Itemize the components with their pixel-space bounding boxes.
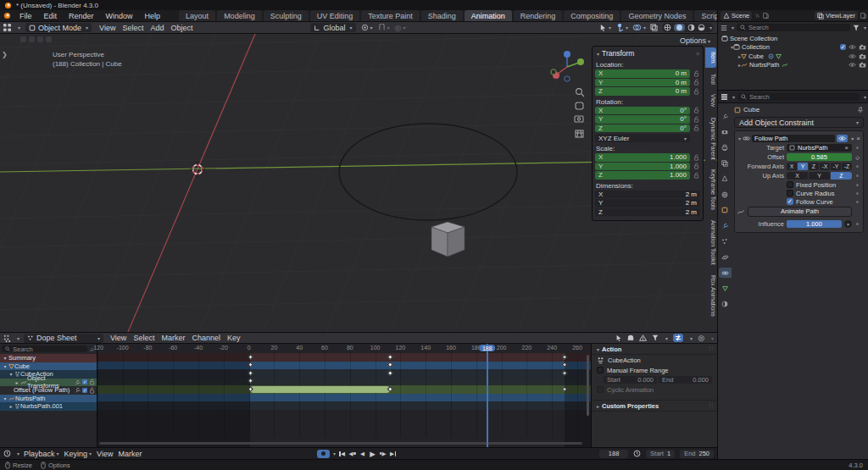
keyframe[interactable] xyxy=(387,354,392,359)
outliner-row-nurbspath[interactable]: ▸NurbsPath xyxy=(718,61,868,70)
editor-type-icon[interactable] xyxy=(3,24,11,31)
properties-editor-icon[interactable] xyxy=(721,93,728,101)
sidebar-tab-animation-toolkit[interactable]: Animation Toolkit xyxy=(705,216,716,269)
up-axis-z[interactable]: Z xyxy=(831,172,852,180)
forward-axis--y[interactable]: -Y xyxy=(831,163,841,170)
menu-render[interactable]: Render xyxy=(64,11,99,21)
breadcrumb-object[interactable]: Cube xyxy=(743,106,760,113)
collection-checkbox[interactable]: ✓ xyxy=(840,44,846,50)
action-name[interactable]: CubeAction xyxy=(608,357,641,364)
shading-solid-icon[interactable] xyxy=(674,24,685,31)
workspace-tab-uv-editing[interactable]: UV Editing xyxy=(310,10,360,21)
overlays-dropdown[interactable]: ▾ xyxy=(632,24,646,31)
decorator[interactable] xyxy=(854,192,860,195)
properties-tab-render[interactable] xyxy=(719,127,732,137)
lock-icon[interactable] xyxy=(693,88,700,95)
decorator[interactable] xyxy=(854,184,860,186)
sidebar-tab-keyframe-tools[interactable]: Keyframe Tools xyxy=(705,165,716,214)
transform-field-z[interactable]: Z2 m xyxy=(595,208,700,217)
cyclic-animation-checkbox[interactable] xyxy=(597,386,604,393)
disable-render-icon[interactable] xyxy=(859,62,866,68)
mute-checkbox[interactable]: ✓ xyxy=(82,379,87,384)
editor-type-caret[interactable]: ▾ xyxy=(18,25,20,30)
transform-field-z[interactable]: Z0° xyxy=(595,124,690,133)
menu-window[interactable]: Window xyxy=(101,11,138,21)
sidebar-tab-dynamic-parent[interactable]: Dynamic Parent xyxy=(705,113,716,164)
tool-mini-icon[interactable] xyxy=(37,36,43,42)
dopesheet-mode-dropdown[interactable]: Dope Sheet▾ xyxy=(24,334,103,343)
scene-selector[interactable]: Scene xyxy=(721,11,752,20)
timeline-menu-view[interactable]: View xyxy=(97,450,113,458)
collapse-caret-icon[interactable]: ▾ xyxy=(738,135,741,141)
auto-keying-caret[interactable]: ▾ xyxy=(333,451,336,456)
pivot-dropdown[interactable]: ▾ xyxy=(361,24,373,31)
transform-field-z[interactable]: Z1.000 xyxy=(595,171,690,180)
properties-tab-world[interactable] xyxy=(719,190,732,200)
horizontal-scrollbar[interactable] xyxy=(99,442,582,445)
shading-material-icon[interactable] xyxy=(687,24,695,31)
preview-range-icon[interactable] xyxy=(633,450,641,457)
playhead[interactable] xyxy=(487,344,488,447)
manual-frame-range-checkbox[interactable] xyxy=(597,367,604,373)
viewport-menu-add[interactable]: Add xyxy=(147,24,166,32)
falloff-dropdown[interactable]: ▾ xyxy=(711,335,714,341)
unlink-icon[interactable] xyxy=(754,13,760,19)
forward-axis--z[interactable]: -Z xyxy=(842,163,852,170)
constraint-delete-button[interactable]: × xyxy=(855,135,861,142)
lock-icon[interactable] xyxy=(693,107,700,113)
tool-mini-icon[interactable] xyxy=(29,36,35,42)
transform-field-y[interactable]: Y0° xyxy=(595,115,690,124)
channel-search-input[interactable]: Search xyxy=(2,346,87,352)
lock-toggle-icon[interactable] xyxy=(89,387,95,394)
timeline-menu-marker[interactable]: Marker xyxy=(118,450,142,458)
previous-keyframe-button[interactable]: ◀ xyxy=(348,449,357,458)
workspace-tab-geometry-nodes[interactable]: Geometry Nodes xyxy=(621,10,693,21)
lock-icon[interactable] xyxy=(693,70,700,77)
timeline-menu-keying[interactable]: Keying▾ xyxy=(64,450,92,458)
decorator[interactable] xyxy=(854,201,860,203)
playhead-frame-label[interactable]: 188 xyxy=(479,345,496,351)
properties-tab-object[interactable] xyxy=(719,205,732,215)
channel-offset-follow-path-[interactable]: Offset (Follow Path)✓ xyxy=(0,386,97,395)
next-keyframe-button[interactable]: ▶ xyxy=(378,449,387,458)
blender-menu-icon[interactable] xyxy=(3,12,11,19)
modifier-toggle-icon[interactable] xyxy=(75,379,81,385)
lock-icon[interactable] xyxy=(693,172,700,179)
workspace-tab-sculpting[interactable]: Sculpting xyxy=(264,10,309,21)
dopesheet-menu-key[interactable]: Key xyxy=(225,334,243,342)
menu-edit[interactable]: Edit xyxy=(39,11,63,21)
properties-tab-constraints[interactable] xyxy=(719,268,732,278)
workspace-tab-animation[interactable]: Animation xyxy=(465,10,512,21)
properties-tab-material[interactable] xyxy=(719,299,732,309)
target-field[interactable]: NurbsPath × xyxy=(787,144,852,152)
forward-axis-y[interactable]: Y xyxy=(798,163,808,170)
lock-toggle-icon[interactable] xyxy=(89,379,95,385)
workspace-tab-rendering[interactable]: Rendering xyxy=(514,10,563,21)
start-frame-field[interactable]: Start 1 xyxy=(646,450,675,458)
decorator[interactable] xyxy=(854,165,860,168)
modifier-toggle-icon[interactable] xyxy=(75,387,81,393)
hide-viewport-icon[interactable] xyxy=(849,53,856,59)
panel-grip-icon[interactable]: ≡ xyxy=(696,51,700,57)
sidebar-tab-rbx-animations[interactable]: Rbx Animations xyxy=(705,271,716,321)
transform-field-y[interactable]: Y2 m xyxy=(595,199,700,207)
show-hidden-icon[interactable] xyxy=(627,335,634,341)
tool-mini-icon[interactable] xyxy=(46,36,52,42)
channel-cube[interactable]: ▾Cube xyxy=(0,362,97,371)
end-frame-field[interactable]: End 250 xyxy=(680,450,714,458)
dopesheet-menu-marker[interactable]: Marker xyxy=(159,334,187,342)
constraint-extras-caret[interactable]: ▾ xyxy=(851,135,854,141)
viewlayer-selector[interactable]: ViewLayer xyxy=(815,11,858,20)
dopesheet-menu-select[interactable]: Select xyxy=(131,334,157,342)
properties-tab-data[interactable] xyxy=(719,284,732,294)
properties-tab-tool[interactable] xyxy=(719,111,732,121)
menu-file[interactable]: File xyxy=(14,11,37,21)
influence-override-button[interactable]: × xyxy=(844,220,852,228)
lock-icon[interactable] xyxy=(693,79,700,86)
xray-toggle[interactable] xyxy=(650,24,658,31)
selectability-dropdown[interactable]: ▾ xyxy=(599,24,611,31)
channel-nurbspath-001[interactable]: ▸NurbsPath.001 xyxy=(0,402,97,411)
workspace-tab-modeling[interactable]: Modeling xyxy=(217,10,262,21)
expander-icon[interactable]: ▾ xyxy=(2,395,8,401)
pin-icon[interactable] xyxy=(857,107,864,113)
